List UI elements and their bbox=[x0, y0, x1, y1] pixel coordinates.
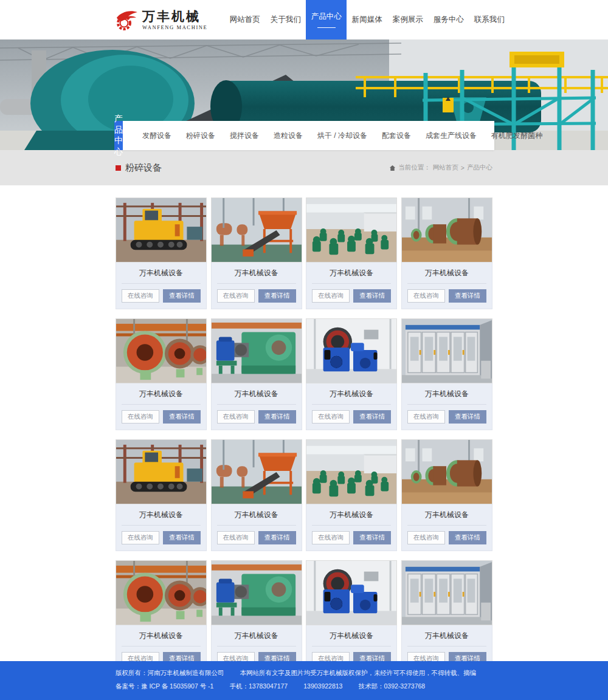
category-tab-5[interactable]: 配套设备 bbox=[375, 131, 418, 141]
brand-logo[interactable]: 万丰机械 WANFENG MACHINE bbox=[114, 0, 207, 39]
nav-item-1[interactable]: 关于我们 bbox=[265, 0, 306, 39]
category-tab-2[interactable]: 搅拌设备 bbox=[223, 131, 266, 141]
category-tab-1[interactable]: 粉碎设备 bbox=[179, 131, 223, 141]
breadcrumb-current-link[interactable]: 产品中心 bbox=[467, 163, 492, 172]
product-image-bigdrum[interactable] bbox=[116, 560, 207, 625]
nav-item-4[interactable]: 案例展示 bbox=[387, 0, 428, 39]
product-card: 万丰机械设备 在线咨询 查看详情 bbox=[116, 318, 207, 430]
category-tab-3[interactable]: 造粒设备 bbox=[266, 131, 310, 141]
product-image-crawler[interactable] bbox=[116, 197, 207, 262]
contact-text-3: 技术部：0392-3273768 bbox=[358, 682, 425, 690]
main-content: 万丰机械设备 在线咨询 查看详情 万丰机械设备 在线咨询 查看详情 万丰机械设备… bbox=[0, 185, 608, 681]
category-tab-4[interactable]: 烘干 / 冷却设备 bbox=[310, 131, 375, 141]
online-inquiry-button[interactable]: 在线咨询 bbox=[217, 289, 255, 303]
nav-item-0[interactable]: 网站首页 bbox=[224, 0, 265, 39]
online-inquiry-button[interactable]: 在线咨询 bbox=[407, 410, 445, 424]
online-inquiry-button[interactable]: 在线咨询 bbox=[217, 410, 255, 424]
product-title: 万丰机械设备 bbox=[217, 631, 296, 647]
nav-item-6[interactable]: 联系我们 bbox=[469, 0, 510, 39]
nav-item-5[interactable]: 服务中心 bbox=[428, 0, 469, 39]
product-image-drumsrow[interactable] bbox=[401, 439, 492, 504]
product-image-pumps[interactable] bbox=[306, 439, 397, 504]
contact-text-2: 13903922813 bbox=[303, 682, 342, 690]
product-title: 万丰机械设备 bbox=[312, 510, 391, 526]
product-image-hopper[interactable] bbox=[211, 439, 302, 504]
product-image-drumsrow[interactable] bbox=[401, 197, 492, 262]
view-details-button[interactable]: 查看详情 bbox=[449, 531, 486, 544]
product-card: 万丰机械设备 在线咨询 查看详情 bbox=[306, 439, 397, 551]
category-tab-0[interactable]: 发酵设备 bbox=[135, 131, 179, 141]
product-image-greenmill[interactable] bbox=[211, 318, 302, 383]
copyright-line: 版权所有：河南万丰机械制造有限公司本网站所有文字及图片均受万丰机械版权保护，未经… bbox=[116, 670, 608, 676]
page-title: 粉碎设备 bbox=[116, 162, 162, 174]
product-image-bluemachines[interactable] bbox=[306, 318, 397, 383]
online-inquiry-button[interactable]: 在线咨询 bbox=[312, 531, 350, 544]
product-title: 万丰机械设备 bbox=[312, 268, 391, 284]
product-card: 万丰机械设备 在线咨询 查看详情 bbox=[211, 439, 302, 551]
view-details-button[interactable]: 查看详情 bbox=[163, 410, 201, 424]
view-details-button[interactable]: 查看详情 bbox=[353, 410, 391, 424]
product-card: 万丰机械设备 在线咨询 查看详情 bbox=[211, 197, 302, 309]
breadcrumb-separator: > bbox=[461, 164, 465, 171]
brand-name: 万丰机械 bbox=[142, 10, 207, 23]
view-details-button[interactable]: 查看详情 bbox=[163, 289, 201, 303]
product-image-crawler[interactable] bbox=[116, 439, 207, 504]
product-title: 万丰机械设备 bbox=[312, 631, 391, 647]
product-title: 万丰机械设备 bbox=[122, 268, 201, 284]
online-inquiry-button[interactable]: 在线咨询 bbox=[122, 410, 159, 424]
product-image-hopper[interactable] bbox=[211, 197, 302, 262]
main-nav: 网站首页关于我们产品中心新闻媒体案例展示服务中心联系我们 bbox=[224, 0, 608, 39]
product-center-label[interactable]: 产品中心 bbox=[114, 121, 123, 150]
home-icon bbox=[389, 165, 396, 171]
breadcrumb-home-link[interactable]: 网站首页 bbox=[433, 163, 458, 172]
view-details-button[interactable]: 查看详情 bbox=[163, 531, 201, 544]
copyright-text-1: 本网站所有文字及图片均受万丰机械版权保护，未经许可不得使用，不得转载、摘编 bbox=[240, 669, 477, 676]
product-card: 万丰机械设备 在线咨询 查看详情 bbox=[306, 197, 397, 309]
category-tab-7[interactable]: 有机肥发酵菌种 bbox=[484, 131, 550, 141]
product-card: 万丰机械设备 在线咨询 查看详情 bbox=[211, 560, 302, 672]
online-inquiry-button[interactable]: 在线咨询 bbox=[312, 410, 350, 424]
contact-text-0: 备案号：豫 ICP 备 15035907 号 -1 bbox=[116, 682, 213, 690]
red-square-bullet-icon bbox=[116, 165, 121, 171]
online-inquiry-button[interactable]: 在线咨询 bbox=[407, 531, 445, 544]
product-image-greenmill[interactable] bbox=[211, 560, 302, 625]
nav-item-2[interactable]: 产品中心 bbox=[306, 0, 347, 39]
site-footer: 版权所有：河南万丰机械制造有限公司本网站所有文字及图片均受万丰机械版权保护，未经… bbox=[0, 661, 608, 700]
category-tab-6[interactable]: 成套生产线设备 bbox=[418, 131, 484, 141]
view-details-button[interactable]: 查看详情 bbox=[258, 531, 296, 544]
breadcrumb-prefix: 当前位置： bbox=[398, 163, 430, 172]
product-image-bluemachines[interactable] bbox=[306, 560, 397, 625]
product-image-pumps[interactable] bbox=[306, 197, 397, 262]
view-details-button[interactable]: 查看详情 bbox=[353, 531, 391, 544]
online-inquiry-button[interactable]: 在线咨询 bbox=[217, 531, 255, 544]
product-title: 万丰机械设备 bbox=[312, 389, 391, 405]
copyright-text-0: 版权所有：河南万丰机械制造有限公司 bbox=[116, 669, 224, 676]
product-title: 万丰机械设备 bbox=[217, 389, 296, 405]
view-details-button[interactable]: 查看详情 bbox=[449, 410, 486, 424]
brand-subtitle: WANFENG MACHINE bbox=[142, 25, 207, 30]
product-image-cabinets[interactable] bbox=[401, 318, 492, 383]
online-inquiry-button[interactable]: 在线咨询 bbox=[122, 531, 159, 544]
nav-item-3[interactable]: 新闻媒体 bbox=[347, 0, 387, 39]
product-title: 万丰机械设备 bbox=[217, 268, 296, 284]
product-card: 万丰机械设备 在线咨询 查看详情 bbox=[306, 560, 397, 672]
view-details-button[interactable]: 查看详情 bbox=[258, 410, 296, 424]
product-card: 万丰机械设备 在线咨询 查看详情 bbox=[401, 318, 492, 430]
breadcrumb-strip: 粉碎设备 当前位置： 网站首页 > 产品中心 bbox=[0, 150, 608, 185]
product-title: 万丰机械设备 bbox=[122, 631, 201, 647]
product-title: 万丰机械设备 bbox=[217, 510, 296, 526]
online-inquiry-button[interactable]: 在线咨询 bbox=[122, 289, 159, 303]
view-details-button[interactable]: 查看详情 bbox=[258, 289, 296, 303]
product-image-cabinets[interactable] bbox=[401, 560, 492, 625]
product-title: 万丰机械设备 bbox=[122, 510, 201, 526]
product-card: 万丰机械设备 在线咨询 查看详情 bbox=[401, 197, 492, 309]
online-inquiry-button[interactable]: 在线咨询 bbox=[312, 289, 350, 303]
site-header: 万丰机械 WANFENG MACHINE 网站首页关于我们产品中心新闻媒体案例展… bbox=[0, 0, 608, 39]
view-details-button[interactable]: 查看详情 bbox=[353, 289, 391, 303]
product-image-bigdrum[interactable] bbox=[116, 318, 207, 383]
product-card: 万丰机械设备 在线咨询 查看详情 bbox=[116, 439, 207, 551]
view-details-button[interactable]: 查看详情 bbox=[449, 289, 486, 303]
online-inquiry-button[interactable]: 在线咨询 bbox=[407, 289, 445, 303]
product-category-bar: 产品中心 发酵设备粉碎设备搅拌设备造粒设备烘干 / 冷却设备配套设备成套生产线设… bbox=[114, 121, 494, 150]
product-title: 万丰机械设备 bbox=[407, 510, 486, 526]
